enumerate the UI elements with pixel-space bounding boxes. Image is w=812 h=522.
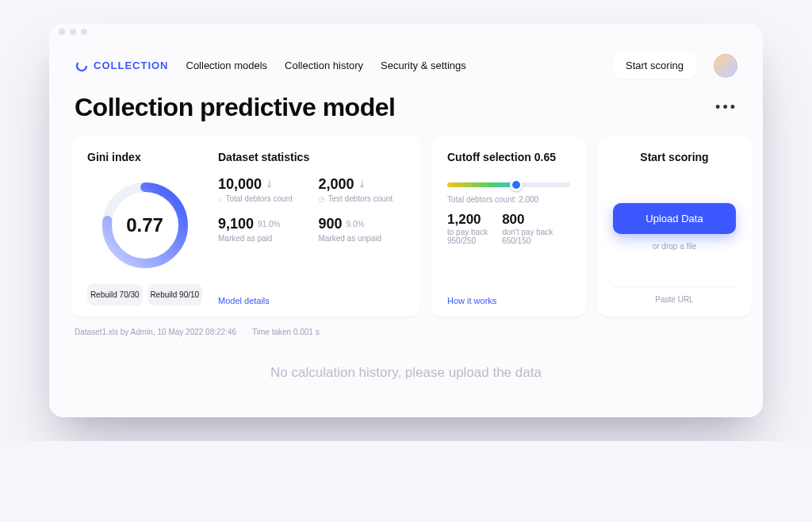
svg-point-0 (77, 61, 86, 71)
download-icon[interactable]: ⤓ (358, 179, 366, 190)
test-debtors-label: Test debtors count (328, 194, 393, 203)
avatar[interactable] (714, 54, 737, 78)
cutoff-dont-payback-col: 800 don't pay back 650/150 (502, 212, 553, 245)
marked-paid-value: 9,100 (218, 216, 254, 232)
gini-dataset-card: Gini index 0.77 (71, 136, 420, 317)
nav-collection-history[interactable]: Collection history (285, 59, 363, 71)
total-debtors-label: Total debtors count (225, 194, 293, 203)
circle-icon: ○ (218, 195, 222, 203)
scoring-title: Start scoring (613, 151, 736, 163)
scoring-card: Start scoring Upload Data or drop a file… (597, 136, 752, 317)
cutoff-title: Cutoff selection 0.65 (447, 151, 570, 163)
gini-ring: 0.77 (98, 178, 193, 273)
payback-label: to pay back (447, 228, 488, 236)
gini-title: Gini index (87, 151, 202, 163)
brand-text: COLLECTION (94, 59, 169, 71)
more-menu-icon[interactable]: ••• (715, 99, 737, 116)
marked-paid-label: Marked as paid (218, 234, 272, 243)
marked-paid-pct: 91.0% (258, 220, 280, 228)
window-titlebar (49, 24, 763, 40)
dont-payback-value: 800 (502, 212, 553, 228)
marked-unpaid-pct: 9.0% (347, 220, 365, 228)
gini-value: 0.77 (98, 178, 193, 273)
payback-value: 1,200 (447, 212, 488, 228)
meta-row: Dataset1.xls by Admin, 10 May 2022 08:22… (49, 317, 763, 341)
dont-payback-label: don't pay back (502, 228, 553, 236)
rebuild-9010-button[interactable]: Rebuild 90/10 (147, 284, 203, 305)
meta-time-taken: Time taken 0.001 s (252, 328, 320, 336)
page-title: Collection predictive model (75, 93, 395, 122)
top-nav: COLLECTION Collection models Collection … (49, 40, 763, 86)
gini-column: Gini index 0.77 (87, 151, 202, 305)
test-debtors-value: 2,000 (319, 176, 354, 193)
cutoff-slider-knob[interactable] (510, 178, 523, 191)
nav-collection-models[interactable]: Collection models (186, 59, 268, 71)
cards-row: Gini index 0.77 (49, 136, 763, 317)
total-debtors-value: 10,000 (218, 176, 262, 193)
drop-file-hint: or drop a file (613, 242, 736, 251)
paste-url-button[interactable]: Paste URL (613, 286, 736, 305)
cutoff-payback-col: 1,200 to pay back 950/250 (447, 212, 488, 245)
clock-icon: ◷ (319, 195, 325, 203)
meta-file-info: Dataset1.xls by Admin, 10 May 2022 08:22… (75, 328, 236, 336)
cutoff-debtors-line: Total debtors count: 2,000 (447, 195, 570, 204)
stat-marked-unpaid: 900 9.0% Marked as unpaid (319, 216, 405, 243)
dont-payback-split: 650/150 (502, 236, 553, 245)
model-details-link[interactable]: Model details (218, 285, 404, 305)
cutoff-slider[interactable] (447, 182, 570, 187)
window-dot (59, 29, 65, 35)
brand-logo[interactable]: COLLECTION (75, 59, 169, 73)
stat-marked-paid: 9,100 91.0% Marked as paid (218, 216, 304, 243)
cutoff-title-pre: Cutoff selection (447, 151, 531, 163)
logo-icon (75, 59, 89, 73)
page-title-row: Collection predictive model ••• (49, 86, 763, 136)
how-it-works-link[interactable]: How it works (447, 282, 570, 305)
stat-total-debtors: 10,000 ⤓ ○Total debtors count (218, 176, 304, 203)
marked-unpaid-label: Marked as unpaid (319, 234, 382, 243)
payback-split: 950/250 (447, 236, 488, 245)
rebuild-7030-button[interactable]: Rebuild 70/30 (87, 284, 143, 305)
dataset-title: Dataset statistics (218, 151, 404, 163)
nav-security-settings[interactable]: Security & settings (381, 59, 466, 71)
window-dot (81, 29, 87, 35)
start-scoring-button[interactable]: Start scoring (613, 52, 696, 79)
dataset-column: Dataset statistics 10,000 ⤓ ○Total debto… (218, 151, 404, 305)
cutoff-title-val: 0.65 (534, 151, 556, 163)
stat-test-debtors: 2,000 ⤓ ◷Test debtors count (319, 176, 405, 203)
marked-unpaid-value: 900 (319, 216, 343, 232)
window-dot (70, 29, 76, 35)
upload-data-button[interactable]: Upload Data (613, 203, 736, 234)
empty-state: No calculation history, please upload th… (49, 341, 763, 417)
cutoff-card: Cutoff selection 0.65 Total debtors coun… (431, 136, 586, 317)
app-window: COLLECTION Collection models Collection … (49, 24, 763, 417)
download-icon[interactable]: ⤓ (266, 179, 273, 190)
